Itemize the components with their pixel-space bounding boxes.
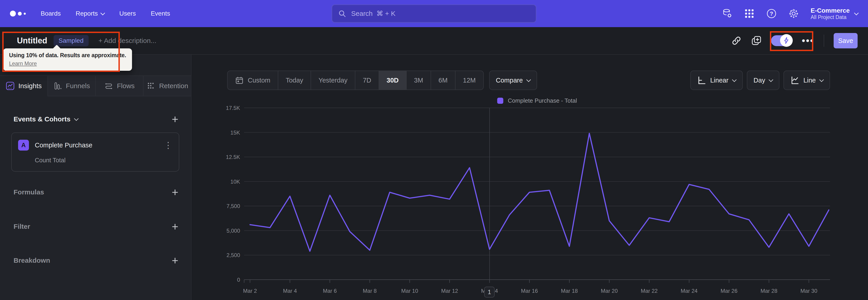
add-to-board-icon[interactable]: [751, 35, 762, 46]
add-breakdown-button[interactable]: +: [172, 255, 178, 266]
project-name: E-Commerce: [811, 7, 850, 14]
svg-text:?: ?: [770, 11, 773, 17]
event-aggregation[interactable]: Count Total: [35, 157, 173, 164]
report-type-tabs: Insights Funnels Flows: [0, 76, 191, 96]
section-label: Breakdown: [13, 257, 50, 264]
nav-link-users[interactable]: Users: [119, 10, 136, 17]
chevron-down-icon: [854, 11, 859, 16]
funnels-icon: [53, 81, 62, 90]
nav-link-label: Users: [119, 10, 136, 17]
nav-right-cluster: ? E-Commerce All Project Data: [722, 7, 858, 20]
insights-icon: [6, 81, 15, 90]
nav-link-events[interactable]: Events: [151, 10, 170, 17]
save-button[interactable]: Save: [834, 33, 858, 49]
more-options-icon[interactable]: •••: [802, 36, 814, 46]
project-scope: All Project Data: [811, 14, 850, 20]
y-axis-tick-label: 17.5K: [226, 105, 240, 111]
sampling-tooltip: Using 10% of data. Results are approxima…: [3, 49, 132, 71]
event-letter-badge: A: [18, 140, 29, 151]
tab-funnels[interactable]: Funnels: [48, 76, 95, 96]
lightning-bolt-icon: [782, 37, 790, 44]
chart-panel: CustomTodayYesterday7D30D3M6M12M Compare…: [191, 55, 868, 300]
chart-data-line[interactable]: [250, 133, 829, 251]
event-card[interactable]: A Complete Purchase ⋮ Count Total: [11, 132, 179, 172]
nav-link-reports[interactable]: Reports: [76, 10, 104, 17]
tab-label: Flows: [117, 82, 134, 90]
flows-icon: [104, 81, 113, 90]
add-description-button[interactable]: + Add description...: [98, 37, 156, 44]
section-breakdown: Breakdown +: [13, 255, 178, 266]
mixpanel-logo-icon[interactable]: [10, 11, 26, 17]
search-icon: [338, 9, 346, 18]
section-formulas: Formulas +: [13, 186, 178, 198]
tab-retention[interactable]: Retention: [143, 76, 191, 96]
tab-flows[interactable]: Flows: [95, 76, 143, 96]
event-name[interactable]: Complete Purchase: [35, 142, 92, 149]
add-event-button[interactable]: +: [172, 114, 178, 125]
header-divider: [824, 35, 824, 47]
search-field[interactable]: [351, 9, 530, 18]
tooltip-message: Using 10% of data. Results are approxima…: [9, 52, 126, 59]
copy-link-icon[interactable]: [731, 35, 742, 46]
x-axis-tick-label: Mar 26: [721, 288, 738, 294]
section-filter: Filter +: [13, 221, 178, 232]
y-axis-tick-label: 2,500: [226, 252, 240, 258]
x-axis-tick-label: Mar 8: [363, 288, 377, 294]
tab-label: Funnels: [66, 82, 90, 90]
add-formula-button[interactable]: +: [172, 186, 178, 198]
x-axis-tick-label: Mar 6: [323, 288, 337, 294]
y-axis-tick-label: 15K: [230, 129, 240, 136]
apps-grid-icon[interactable]: [744, 8, 754, 19]
tab-label: Insights: [18, 82, 41, 90]
sampled-badge[interactable]: Sampled: [54, 35, 89, 46]
section-label: Filter: [13, 223, 30, 230]
mixpanel-insights-page: BoardsReportsUsersEvents: [0, 0, 868, 300]
search-input[interactable]: [332, 4, 536, 23]
events-cohorts-header: Events & Cohorts +: [13, 114, 178, 125]
learn-more-link[interactable]: Learn More: [9, 60, 37, 67]
nav-links: BoardsReportsUsersEvents: [41, 10, 170, 17]
x-axis-tick-label: Mar 20: [601, 288, 618, 294]
x-axis-tick-label: Mar 28: [761, 288, 777, 294]
x-axis-tick-label: Mar 18: [561, 288, 578, 294]
sampling-toggle-knob: [780, 34, 793, 47]
sampling-toggle[interactable]: [771, 35, 792, 46]
y-axis-tick-label: 12.5K: [226, 154, 240, 160]
x-axis-tick-label: Mar 10: [401, 288, 418, 294]
top-navigation-bar: BoardsReportsUsersEvents: [0, 0, 868, 27]
nav-link-label: Reports: [76, 10, 98, 17]
retention-icon: [147, 81, 156, 90]
event-menu-icon[interactable]: ⋮: [164, 141, 173, 149]
x-axis-tick-label: Mar 24: [681, 288, 698, 294]
query-builder-sidebar: Insights Funnels Flows: [0, 55, 191, 300]
add-filter-button[interactable]: +: [172, 221, 178, 232]
x-axis-tick-label: Mar 2: [243, 288, 257, 294]
pagination-page-1[interactable]: 1: [484, 287, 495, 298]
report-actions: ••• Save: [731, 27, 858, 54]
tab-label: Retention: [159, 82, 188, 90]
line-chart[interactable]: 02,5005,0007,50010K12.5K15K17.5KMar 2Mar…: [191, 55, 868, 300]
y-axis-tick-label: 5,000: [226, 228, 240, 234]
x-axis-tick-label: Mar 16: [521, 288, 538, 294]
project-selector[interactable]: E-Commerce All Project Data: [811, 7, 858, 20]
help-icon[interactable]: ?: [766, 8, 777, 19]
settings-gear-icon[interactable]: [788, 8, 799, 19]
x-axis-tick-label: Mar 22: [641, 288, 658, 294]
tab-insights[interactable]: Insights: [0, 76, 48, 96]
nav-link-boards[interactable]: Boards: [41, 10, 61, 17]
y-axis-tick-label: 10K: [230, 179, 240, 185]
section-label: Formulas: [13, 188, 44, 196]
report-title[interactable]: Untitled: [17, 36, 47, 46]
events-cohorts-toggle[interactable]: Events & Cohorts: [13, 115, 78, 123]
x-axis-tick-label: Mar 30: [800, 288, 817, 294]
chevron-down-icon: [100, 11, 105, 16]
nav-link-label: Boards: [41, 10, 61, 17]
x-axis-tick-label: Mar 12: [441, 288, 458, 294]
data-definitions-icon[interactable]: [722, 8, 733, 19]
events-cohorts-title: Events & Cohorts: [13, 115, 70, 123]
y-axis-tick-label: 7,500: [226, 203, 240, 209]
chevron-down-icon: [74, 116, 79, 121]
x-axis-tick-label: Mar 4: [283, 288, 297, 294]
nav-link-label: Events: [151, 10, 170, 17]
y-axis-tick-label: 0: [237, 277, 240, 283]
